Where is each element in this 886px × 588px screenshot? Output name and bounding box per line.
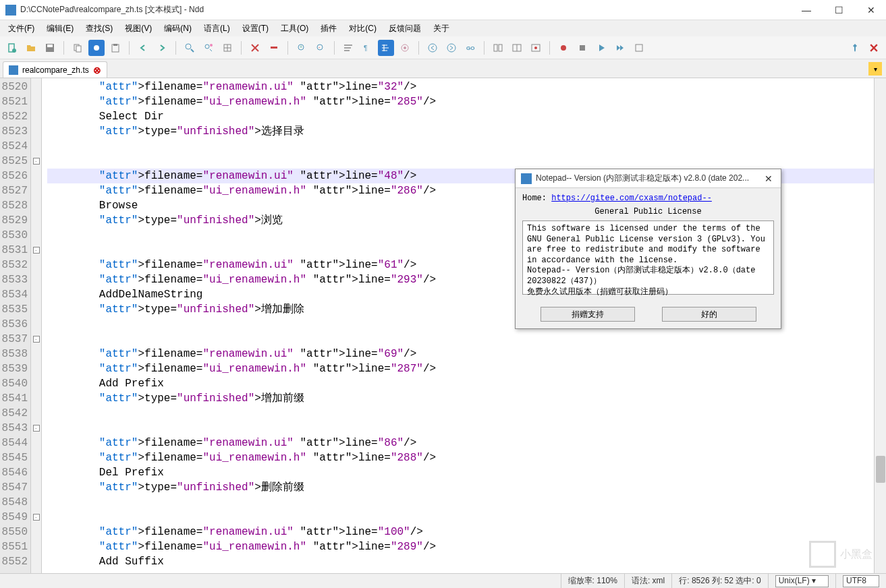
- split-button[interactable]: [490, 40, 506, 56]
- status-position: 行: 8526 列: 52 选中: 0: [671, 574, 767, 588]
- svg-rect-32: [580, 45, 585, 51]
- home-link[interactable]: https://gitee.com/cxasm/notepad--: [551, 194, 712, 203]
- show-all-button[interactable]: ¶: [359, 40, 375, 56]
- save-button[interactable]: [42, 40, 58, 56]
- close-all-button[interactable]: [866, 40, 882, 56]
- svg-point-31: [561, 45, 566, 51]
- titlebar: D:\CCNotePad\realcompare_zh.ts [文本模式] - …: [0, 0, 886, 20]
- svg-point-11: [205, 45, 209, 49]
- replace-button[interactable]: [200, 40, 217, 56]
- copy-button[interactable]: [70, 40, 86, 56]
- dialog-icon: [521, 173, 532, 184]
- tab-close-icon[interactable]: ⊗: [93, 65, 101, 76]
- menu-item[interactable]: 编辑(E): [41, 22, 79, 36]
- svg-rect-25: [494, 45, 497, 51]
- editor[interactable]: 8520852185228523852485258526852785288529…: [0, 78, 886, 588]
- compare-button[interactable]: [509, 40, 525, 56]
- line-number-gutter: 8520852185228523852485258526852785288529…: [0, 78, 31, 588]
- paste-button[interactable]: [107, 40, 123, 56]
- highlight-button[interactable]: [88, 40, 105, 56]
- svg-rect-26: [499, 45, 502, 51]
- wrap-button[interactable]: [340, 40, 356, 56]
- vertical-scrollbar[interactable]: [874, 78, 886, 588]
- dialog-close-button[interactable]: ✕: [762, 173, 775, 184]
- svg-line-10: [191, 49, 194, 52]
- menu-item[interactable]: 关于: [428, 22, 455, 36]
- prev-button[interactable]: [424, 40, 441, 56]
- mark-button[interactable]: [219, 40, 236, 56]
- status-encoding[interactable]: UTF8: [835, 574, 886, 588]
- clear-all-button[interactable]: [266, 40, 282, 56]
- window-title: D:\CCNotePad\realcompare_zh.ts [文本模式] - …: [20, 4, 797, 16]
- pin-button[interactable]: [847, 40, 863, 56]
- tab-overflow-button[interactable]: ▾: [868, 62, 882, 76]
- find-button[interactable]: [182, 40, 198, 56]
- fast-button[interactable]: [612, 40, 628, 56]
- save-macro-button[interactable]: [631, 40, 647, 56]
- menu-item[interactable]: 视图(V): [119, 22, 157, 36]
- svg-point-23: [447, 44, 455, 52]
- toolbar: + - ¶ GO: [0, 36, 886, 59]
- maximize-button[interactable]: ☐: [829, 3, 848, 17]
- svg-point-30: [534, 47, 537, 49]
- menu-item[interactable]: 设置(T): [237, 22, 274, 36]
- play-button[interactable]: [593, 40, 609, 56]
- status-syntax: 语法: xml: [624, 574, 671, 588]
- fold-gutter[interactable]: -----: [31, 78, 42, 588]
- svg-rect-33: [636, 45, 642, 51]
- status-zoom: 缩放率: 110%: [561, 574, 624, 588]
- svg-point-21: [404, 47, 406, 49]
- record-button[interactable]: [555, 40, 572, 56]
- menu-item[interactable]: 对比(C): [343, 22, 382, 36]
- svg-text:¶: ¶: [364, 45, 367, 52]
- window-controls: — ☐ ✕: [797, 3, 881, 17]
- donate-button[interactable]: 捐赠支持: [541, 307, 635, 322]
- zoom-out-button[interactable]: -: [312, 40, 329, 56]
- redo-button[interactable]: [154, 40, 170, 56]
- menu-item[interactable]: 插件: [315, 22, 342, 36]
- indent-guide-button[interactable]: [378, 40, 394, 56]
- svg-point-9: [186, 44, 191, 49]
- dialog-gpl-heading: General Public License: [522, 207, 774, 216]
- tabbar: realcompare_zh.ts ⊗ ▾: [0, 59, 886, 78]
- menu-item[interactable]: 工具(O): [275, 22, 314, 36]
- zoom-in-button[interactable]: +: [294, 40, 310, 56]
- menubar: 文件(F)编辑(E)查找(S)视图(V)编码(N)语言(L)设置(T)工具(O)…: [0, 20, 886, 36]
- dialog-home: Home: https://gitee.com/cxasm/notepad--: [522, 194, 774, 203]
- symbol-button[interactable]: [397, 40, 413, 56]
- minimize-button[interactable]: —: [797, 3, 816, 17]
- next-button[interactable]: [443, 40, 460, 56]
- code-area[interactable]: "attr">filename="renamewin.ui" "attr">li…: [42, 78, 886, 588]
- ok-button[interactable]: 好的: [662, 307, 756, 322]
- svg-rect-8: [113, 44, 117, 46]
- menu-item[interactable]: 语言(L): [198, 22, 236, 36]
- goto-button[interactable]: GO: [462, 40, 478, 56]
- sync-button[interactable]: [528, 40, 544, 56]
- dialog-title: Notepad-- Version (内部测试非稳定版本) v2.8.0 (da…: [536, 173, 762, 184]
- svg-text:+: +: [300, 45, 302, 49]
- clear-button[interactable]: [247, 40, 263, 56]
- open-file-button[interactable]: [23, 40, 39, 56]
- dialog-body: Home: https://gitee.com/cxasm/notepad-- …: [516, 188, 781, 300]
- menu-item[interactable]: 编码(N): [159, 22, 197, 36]
- file-icon: [9, 65, 18, 75]
- svg-rect-14: [271, 47, 277, 49]
- stop-button[interactable]: [574, 40, 590, 56]
- dialog-titlebar[interactable]: Notepad-- Version (内部测试非稳定版本) v2.8.0 (da…: [516, 169, 781, 188]
- svg-rect-5: [76, 46, 81, 52]
- menu-item[interactable]: 反馈问题: [383, 22, 426, 36]
- dialog-buttons: 捐赠支持 好的: [516, 300, 781, 328]
- undo-button[interactable]: [135, 40, 151, 56]
- about-dialog: Notepad-- Version (内部测试非稳定版本) v2.8.0 (da…: [515, 169, 781, 329]
- scrollbar-thumb[interactable]: [876, 456, 885, 483]
- home-label: Home:: [522, 194, 551, 203]
- close-button[interactable]: ✕: [862, 3, 881, 17]
- status-eol[interactable]: Unix(LF) ▾: [768, 574, 835, 588]
- new-file-button[interactable]: [4, 40, 20, 56]
- svg-text:GO: GO: [466, 45, 474, 51]
- menu-item[interactable]: 查找(S): [80, 22, 118, 36]
- dialog-license-text[interactable]: This software is licensed under the term…: [522, 220, 774, 295]
- file-tab[interactable]: realcompare_zh.ts ⊗: [3, 61, 107, 78]
- menu-item[interactable]: 文件(F): [3, 22, 40, 36]
- svg-point-1: [12, 49, 16, 53]
